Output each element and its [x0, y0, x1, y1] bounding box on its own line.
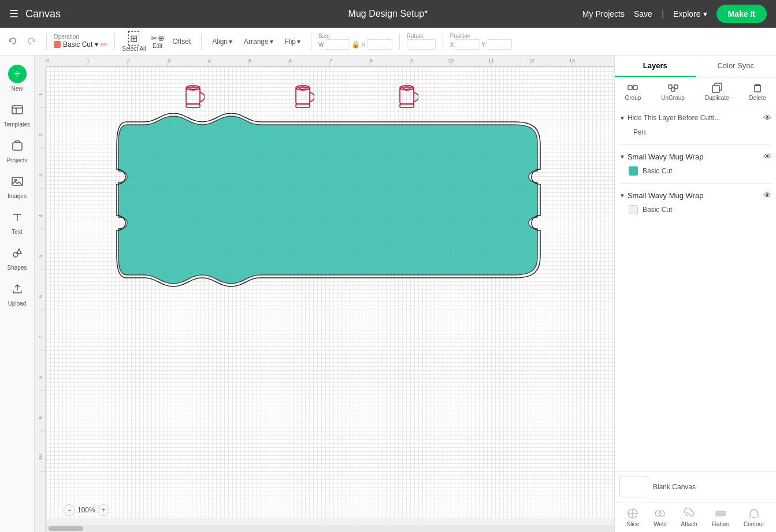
- svg-text:1: 1: [87, 58, 90, 64]
- svg-text:6: 6: [38, 295, 43, 298]
- layer1-eye-icon[interactable]: 👁: [763, 152, 771, 161]
- app-logo: Canvas: [25, 8, 61, 20]
- canvas-area[interactable]: 0 1 2 3 4 5 6 7 8 9 10 11 12 13: [35, 55, 614, 532]
- images-icon: [11, 175, 24, 191]
- flatten-button[interactable]: Flatten: [712, 507, 730, 527]
- flip-button[interactable]: Flip ▾: [281, 35, 304, 48]
- slice-button[interactable]: Slice: [626, 507, 639, 527]
- offset-button[interactable]: Offset: [169, 35, 195, 48]
- ungroup-button[interactable]: UnGroup: [661, 82, 685, 101]
- svg-rect-88: [712, 85, 719, 92]
- shapes-icon: [11, 247, 24, 262]
- layer2-header[interactable]: ▼ Small Wavy Mug Wrap 👁: [615, 188, 776, 202]
- width-input[interactable]: [325, 39, 350, 50]
- sidebar-item-text[interactable]: Text: [2, 206, 32, 240]
- arrange-chevron: ▾: [270, 38, 273, 46]
- explore-button[interactable]: Explore ▾: [673, 9, 707, 18]
- svg-text:7: 7: [329, 58, 332, 64]
- x-input[interactable]: [455, 39, 480, 50]
- y-input[interactable]: [487, 39, 512, 50]
- svg-point-94: [659, 511, 664, 516]
- operation-select[interactable]: Basic Cut ▾ ✏: [54, 40, 107, 49]
- weld-button[interactable]: Weld: [654, 507, 667, 527]
- layer2-item-label: Basic Cut: [643, 206, 672, 214]
- tab-layers[interactable]: Layers: [615, 55, 696, 77]
- layers-content: ▼ Hide This Layer Before Cutti... 👁 Pen …: [615, 106, 776, 471]
- my-projects-link[interactable]: My Projects: [582, 9, 625, 18]
- zoom-out-button[interactable]: −: [64, 504, 75, 516]
- svg-text:4: 4: [38, 214, 43, 217]
- mug-wrap-shape[interactable]: [116, 113, 543, 292]
- svg-text:9: 9: [38, 416, 43, 419]
- canvas-grid[interactable]: − 100% +: [46, 67, 614, 518]
- templates-label: Templates: [4, 121, 31, 128]
- arrange-button[interactable]: Arrange ▾: [240, 35, 277, 48]
- select-all-group[interactable]: ⊞ Select All: [122, 31, 146, 52]
- layer1-item[interactable]: Basic Cut: [615, 163, 776, 178]
- svg-rect-81: [628, 85, 632, 90]
- tab-color-sync[interactable]: Color Sync: [696, 55, 777, 77]
- group-button[interactable]: Group: [625, 82, 641, 101]
- zoom-in-button[interactable]: +: [98, 504, 109, 516]
- sidebar-item-new[interactable]: + New: [2, 60, 32, 96]
- svg-marker-9: [17, 249, 21, 254]
- projects-icon: [11, 139, 24, 155]
- layers-actions: Group UnGroup Duplicate: [615, 77, 776, 106]
- sidebar-item-shapes[interactable]: Shapes: [2, 242, 32, 276]
- shapes-label: Shapes: [8, 265, 27, 271]
- top-nav: ☰ Canvas Mug Design Setup* My Projects S…: [0, 0, 776, 28]
- canvas-hscrollbar[interactable]: [46, 525, 614, 532]
- ungroup-label: UnGroup: [661, 95, 685, 101]
- svg-text:0: 0: [46, 58, 49, 64]
- svg-text:5: 5: [248, 58, 251, 64]
- make-it-button[interactable]: Make It: [716, 5, 767, 23]
- contour-button[interactable]: Contour: [744, 507, 764, 527]
- align-button[interactable]: Align ▾: [209, 35, 236, 48]
- select-all-label: Select All: [122, 46, 146, 52]
- separator-1: [619, 144, 771, 145]
- svg-rect-3: [13, 143, 22, 150]
- sep3: [201, 34, 202, 50]
- svg-rect-0: [12, 106, 23, 114]
- layer2-eye-icon[interactable]: 👁: [763, 191, 771, 200]
- layer1-header[interactable]: ▼ Small Wavy Mug Wrap 👁: [615, 150, 776, 163]
- svg-text:8: 8: [370, 58, 373, 64]
- undo-button[interactable]: [5, 35, 21, 49]
- hscroll-thumb[interactable]: [49, 526, 83, 531]
- nav-divider: |: [662, 9, 664, 19]
- sidebar-item-templates[interactable]: Templates: [2, 99, 32, 132]
- redo-button[interactable]: [23, 35, 39, 49]
- separator-2: [619, 183, 771, 184]
- zoom-controls: − 100% +: [64, 504, 109, 516]
- svg-rect-78: [400, 104, 414, 107]
- svg-text:2: 2: [38, 133, 43, 136]
- sidebar-item-upload[interactable]: Upload: [2, 278, 32, 311]
- svg-rect-96: [716, 514, 725, 516]
- layer2-item[interactable]: Basic Cut: [615, 202, 776, 217]
- operation-label: Operation: [54, 34, 79, 40]
- delete-button[interactable]: Delete: [749, 82, 766, 101]
- align-label: Align: [212, 38, 228, 46]
- save-link[interactable]: Save: [634, 9, 652, 18]
- height-input[interactable]: [367, 39, 392, 50]
- attach-button[interactable]: Attach: [681, 507, 697, 527]
- rotate-input[interactable]: [407, 39, 436, 50]
- hide-layer-header[interactable]: ▼ Hide This Layer Before Cutti... 👁: [615, 111, 776, 125]
- mug-icon-2: [294, 83, 314, 112]
- hamburger-icon[interactable]: ☰: [9, 8, 18, 20]
- svg-text:2: 2: [127, 58, 130, 64]
- edit-group[interactable]: ✂⊕ Edit: [151, 34, 165, 49]
- sep1: [46, 34, 47, 50]
- svg-text:8: 8: [38, 376, 43, 379]
- select-all-icon: ⊞: [128, 31, 139, 46]
- rotate-field: Rotate: [407, 33, 436, 50]
- weld-label: Weld: [654, 521, 667, 527]
- images-label: Images: [8, 193, 27, 199]
- sidebar-item-images[interactable]: Images: [2, 170, 32, 204]
- operation-value: Basic Cut: [63, 40, 92, 49]
- flip-chevron: ▾: [297, 38, 300, 46]
- duplicate-button[interactable]: Duplicate: [705, 82, 729, 101]
- hide-layer-eye-icon[interactable]: 👁: [763, 113, 771, 122]
- sidebar-new-label: New: [11, 85, 23, 92]
- sidebar-item-projects[interactable]: Projects: [2, 135, 32, 168]
